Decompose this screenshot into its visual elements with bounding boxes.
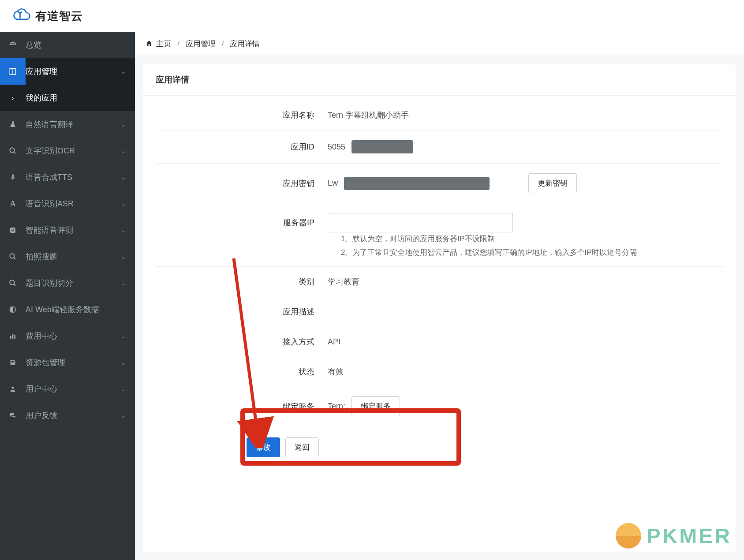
- breadcrumb-l1[interactable]: 应用管理: [186, 39, 216, 49]
- chevron-down-icon: ⌄: [121, 174, 126, 181]
- panel-title: 应用详情: [143, 64, 736, 96]
- refresh-secret-button[interactable]: 更新密钥: [528, 173, 577, 193]
- watermark-icon: [616, 523, 641, 549]
- sidebar-item-label: 资源包管理: [26, 357, 121, 368]
- hint-line-2: 2、为了正常且安全地使用智云产品，建议您填写正确的IP地址，输入多个IP时以逗号…: [341, 246, 723, 260]
- sidebar-item-label: 文字识别OCR: [26, 146, 121, 156]
- contrast-icon: [0, 306, 26, 313]
- chevron-down-icon: ⌄: [121, 359, 126, 366]
- sidebar-item-label: AI Web端轻服务数据: [26, 304, 126, 315]
- sidebar-item-label: 费用中心: [26, 331, 121, 341]
- sidebar-item-billing[interactable]: 费用中心 ⌄: [0, 323, 135, 349]
- label-desc: 应用描述: [156, 306, 328, 317]
- search-icon: [0, 253, 26, 261]
- value-bind-service: Tern; 绑定服务: [328, 396, 723, 416]
- server-ip-hint: 1、默认为空，对访问的应用服务器IP不设限制 2、为了正常且安全地使用智云产品，…: [156, 232, 723, 259]
- sidebar-item-label: 拍照搜题: [26, 251, 121, 262]
- breadcrumb-sep: /: [222, 40, 224, 49]
- label-bind-service: 绑定服务: [156, 401, 328, 412]
- redacted-app-id: [351, 140, 413, 153]
- row-server-ip: 服务器IP: [156, 203, 723, 235]
- app-secret-prefix: Lw: [328, 179, 338, 188]
- sidebar-item-voice-eval[interactable]: 智能语音评测 ⌄: [0, 217, 135, 243]
- sidebar-item-nlp[interactable]: 自然语言翻译 ⌄: [0, 111, 135, 138]
- save-icon: [0, 359, 26, 366]
- label-app-id: 应用ID: [156, 142, 328, 152]
- svg-point-7: [10, 280, 15, 285]
- sidebar-item-label: 自然语言翻译: [26, 119, 121, 130]
- sidebar-item-label: 用户反馈: [26, 410, 121, 421]
- row-desc: 应用描述: [156, 297, 723, 327]
- sidebar-item-label: 语音合成TTS: [26, 172, 121, 183]
- sidebar-item-user-center[interactable]: 用户中心 ⌄: [0, 376, 135, 402]
- value-app-id: 5055: [328, 140, 723, 153]
- svg-point-2: [10, 148, 15, 153]
- sidebar-item-resource[interactable]: 资源包管理 ⌄: [0, 349, 135, 376]
- microphone-icon: [0, 174, 26, 181]
- sidebar-item-feedback[interactable]: 用户反馈 ⌄: [0, 402, 135, 429]
- grid-icon: [0, 58, 26, 85]
- chevron-down-icon: ⌄: [121, 280, 126, 287]
- value-category: 学习教育: [328, 276, 723, 287]
- chevron-down-icon: ⌄: [121, 332, 126, 340]
- label-app-name: 应用名称: [156, 110, 328, 120]
- chevron-down-icon: ⌄: [121, 412, 126, 419]
- chevron-down-icon: ⌄: [121, 200, 126, 207]
- row-status: 状态 有效: [156, 357, 723, 387]
- sidebar-item-tts[interactable]: 语音合成TTS ⌄: [0, 164, 135, 190]
- server-ip-input[interactable]: [328, 213, 513, 232]
- row-app-name: 应用名称 Tern 字幕组机翻小助手: [156, 100, 723, 131]
- chevron-down-icon: ⌄: [121, 385, 126, 392]
- sidebar-item-label: 语音识别ASR: [26, 198, 121, 209]
- hint-line-1: 1、默认为空，对访问的应用服务器IP不设限制: [341, 232, 723, 246]
- comments-icon: [0, 411, 26, 419]
- modify-button[interactable]: 修改: [247, 437, 280, 457]
- brand-logo[interactable]: 有道智云: [12, 7, 83, 25]
- sidebar: 总览 应用管理 ⌄ › 我的应用 自然语言翻译 ⌄ 文字识别OCR ⌄: [0, 32, 135, 560]
- svg-line-8: [14, 284, 15, 286]
- breadcrumb-home[interactable]: 主页: [156, 39, 171, 49]
- bind-service-button[interactable]: 绑定服务: [351, 396, 400, 416]
- chevron-down-icon: ⌄: [121, 147, 126, 154]
- svg-rect-12: [14, 335, 15, 339]
- sidebar-item-overview[interactable]: 总览: [0, 32, 135, 58]
- dashboard-icon: [0, 41, 26, 49]
- row-app-secret: 应用密钥 Lw 更新密钥: [156, 164, 723, 203]
- sidebar-item-ai-web[interactable]: AI Web端轻服务数据: [0, 296, 135, 323]
- chevron-down-icon: ⌄: [121, 121, 126, 128]
- sidebar-item-asr[interactable]: A 语音识别ASR ⌄: [0, 190, 135, 217]
- panel-actions: 修改 返回: [156, 426, 723, 475]
- svg-point-13: [11, 387, 14, 389]
- value-status: 有效: [328, 366, 723, 377]
- back-button[interactable]: 返回: [285, 437, 319, 457]
- watermark-text: PKMER: [647, 524, 732, 548]
- app-header: 有道智云: [0, 0, 744, 32]
- svg-line-3: [14, 152, 15, 153]
- sidebar-item-my-apps[interactable]: › 我的应用: [0, 85, 135, 111]
- svg-line-6: [14, 258, 15, 259]
- sidebar-item-app-manage[interactable]: 应用管理 ⌄: [0, 58, 135, 85]
- label-access: 接入方式: [156, 336, 328, 347]
- sidebar-item-label: 用户中心: [26, 384, 121, 394]
- svg-point-5: [10, 254, 15, 258]
- label-status: 状态: [156, 366, 328, 377]
- row-app-id: 应用ID 5055: [156, 131, 723, 164]
- label-server-ip: 服务器IP: [156, 217, 328, 228]
- main-content: 主页 / 应用管理 / 应用详情 应用详情 应用名称 Tern 字幕组机翻小助手…: [135, 32, 744, 560]
- sidebar-item-label: 总览: [26, 40, 126, 50]
- svg-rect-11: [12, 334, 14, 339]
- user-icon: [0, 385, 26, 392]
- sidebar-item-ocr[interactable]: 文字识别OCR ⌄: [0, 138, 135, 164]
- flask-icon: [0, 121, 26, 128]
- search-icon: [0, 147, 26, 155]
- cloud-logo-icon: [12, 7, 31, 25]
- check-square-icon: [0, 227, 26, 234]
- breadcrumb: 主页 / 应用管理 / 应用详情: [135, 32, 744, 56]
- brand-name: 有道智云: [35, 8, 83, 24]
- value-app-name: Tern 字幕组机翻小助手: [328, 110, 723, 120]
- label-app-secret: 应用密钥: [156, 178, 328, 189]
- sidebar-item-photo-search[interactable]: 拍照搜题 ⌄: [0, 243, 135, 270]
- bar-chart-icon: [0, 332, 26, 340]
- sidebar-item-label: 智能语音评测: [26, 225, 121, 235]
- sidebar-item-question-seg[interactable]: 题目识别切分 ⌄: [0, 270, 135, 296]
